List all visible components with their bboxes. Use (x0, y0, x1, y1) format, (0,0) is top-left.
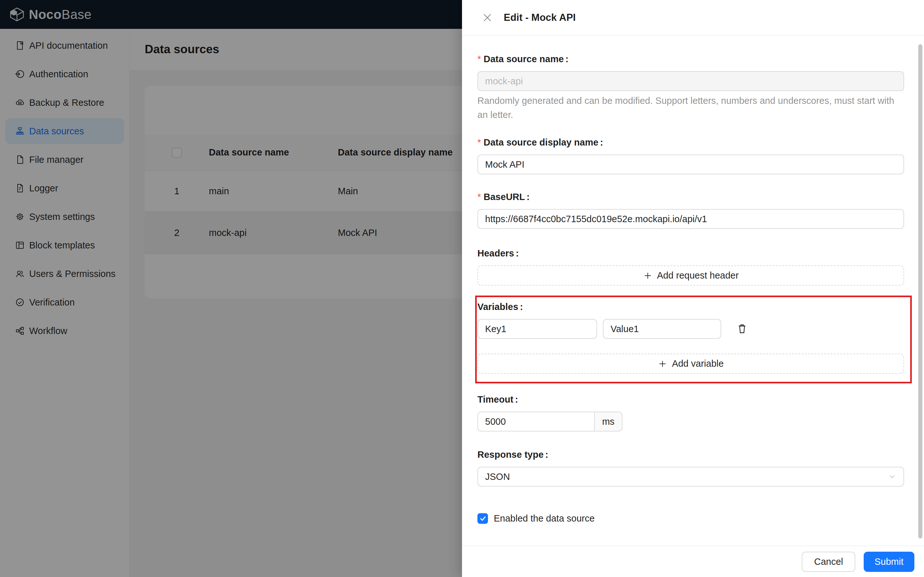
variable-row (477, 319, 904, 339)
drawer-header: Edit - Mock API (462, 0, 924, 35)
field-headers: Headers: Add request header (477, 248, 904, 285)
cancel-button[interactable]: Cancel (802, 552, 855, 572)
drawer-scrollbar-thumb[interactable] (918, 44, 922, 538)
field-label: * Data source name: (477, 54, 904, 66)
plus-icon (643, 271, 653, 280)
field-display-name: * Data source display name: (477, 137, 904, 174)
chevron-down-icon (888, 472, 897, 481)
field-label: Response type: (477, 450, 904, 462)
required-mark: * (477, 137, 481, 148)
variable-value-input[interactable] (603, 319, 721, 339)
edit-drawer: Edit - Mock API * Data source name: Rand… (462, 0, 924, 577)
response-type-select[interactable]: JSON (477, 467, 904, 487)
drawer-body: * Data source name: Randomly generated a… (462, 35, 919, 546)
field-label: * Data source display name: (477, 137, 904, 149)
add-request-header-button[interactable]: Add request header (477, 266, 904, 285)
field-help-text: Randomly generated and can be modified. … (477, 93, 904, 122)
timeout-input[interactable] (477, 412, 595, 432)
variable-key-input[interactable] (477, 319, 597, 339)
enabled-checkbox-label: Enabled the data source (494, 513, 594, 524)
data-source-name-input[interactable] (477, 71, 904, 91)
plus-icon (658, 359, 667, 369)
add-variable-button[interactable]: Add variable (477, 354, 904, 374)
drawer-footer: Cancel Submit (462, 546, 924, 577)
field-label: Timeout: (477, 394, 904, 406)
required-mark: * (477, 54, 481, 64)
submit-button[interactable]: Submit (864, 552, 914, 572)
field-data-source-name: * Data source name: Randomly generated a… (477, 54, 904, 122)
field-variables: Variables: Add variable (477, 301, 904, 374)
enabled-checkbox[interactable] (477, 513, 488, 524)
delete-variable-icon[interactable] (736, 323, 748, 335)
field-enabled: Enabled the data source (477, 513, 904, 524)
base-url-input[interactable] (477, 209, 904, 229)
timeout-unit-addon: ms (595, 412, 622, 432)
field-label: Variables: (477, 301, 904, 314)
close-icon[interactable] (483, 13, 492, 23)
timeout-input-group: ms (477, 412, 904, 432)
required-mark: * (477, 192, 481, 202)
field-response-type: Response type: JSON (477, 450, 904, 487)
drawer-title: Edit - Mock API (504, 12, 575, 23)
selected-value: JSON (485, 472, 510, 482)
field-label: Headers: (477, 248, 904, 260)
field-label: * BaseURL: (477, 192, 904, 204)
check-icon (479, 514, 487, 522)
display-name-input[interactable] (477, 155, 904, 174)
field-base-url: * BaseURL: (477, 192, 904, 229)
field-timeout: Timeout: ms (477, 394, 904, 432)
